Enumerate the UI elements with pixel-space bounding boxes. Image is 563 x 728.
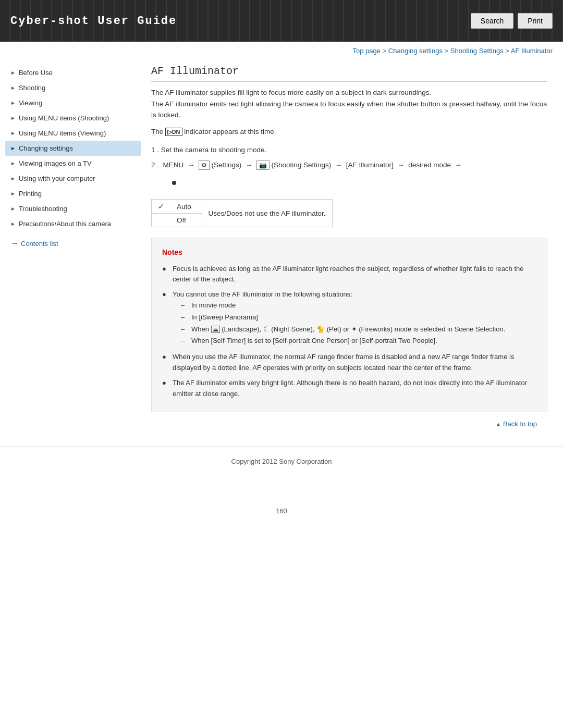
back-triangle-icon: ▲: [495, 421, 501, 427]
sidebar-item-shooting[interactable]: ► Shooting: [5, 80, 141, 95]
copyright-text: Copyright 2012 Sony Corporation: [231, 458, 332, 465]
arrow-icon: ►: [10, 176, 16, 181]
intro-paragraph: The AF illuminator supplies fill light t…: [151, 87, 547, 121]
back-to-top-row: ▲ Back to top: [151, 412, 547, 431]
sub-note-3: – When ⛰ (Landscape), ☾ (Night Scene), 🐈…: [181, 324, 536, 335]
auto-label: Auto: [170, 200, 202, 214]
step-1: 1 . Set the camera to shooting mode.: [151, 144, 547, 156]
sidebar-item-computer[interactable]: ► Using with your computer: [5, 171, 141, 186]
search-button[interactable]: Search: [471, 13, 513, 29]
sidebar-item-menu-shooting[interactable]: ► Using MENU items (Shooting): [5, 110, 141, 126]
arrow-icon: ►: [10, 130, 16, 136]
note-item-3: ● When you use the AF illuminator, the n…: [162, 352, 536, 374]
breadcrumb-changing[interactable]: Changing settings: [388, 47, 443, 55]
sidebar-item-label: Shooting: [19, 84, 45, 92]
sub-note-4: – When [Self-Timer] is set to [Self-port…: [181, 336, 536, 347]
note-text-4: The AF illuminator emits very bright lig…: [173, 378, 536, 400]
intro-line1: The AF illuminator supplies fill light t…: [151, 87, 547, 98]
on-indicator: ▷ON: [165, 128, 182, 136]
sidebar-item-precautions[interactable]: ► Precautions/About this camera: [5, 216, 141, 231]
arrow-icon: ►: [10, 191, 16, 196]
note-item-1: ● Focus is achieved as long as the AF il…: [162, 264, 536, 286]
page-header: Cyber-shot User Guide Search Print: [0, 0, 563, 42]
camera-icon: 📷: [256, 161, 270, 170]
fireworks-icon: ✦: [351, 325, 357, 333]
contents-arrow-icon: →: [10, 239, 19, 248]
breadcrumb: Top page > Changing settings > Shooting …: [0, 42, 563, 60]
empty-check-cell: [152, 214, 171, 227]
sidebar-item-label: Precautions/About this camera: [19, 220, 111, 228]
sidebar-item-label: Printing: [19, 190, 42, 198]
bullet-icon: ●: [162, 378, 170, 400]
print-button[interactable]: Print: [518, 13, 553, 29]
note-item-4: ● The AF illuminator emits very bright l…: [162, 378, 536, 400]
arrow-icon: ►: [10, 161, 16, 166]
table-row: ✓ Auto Uses/Does not use the AF illumina…: [152, 200, 333, 214]
app-title: Cyber-shot User Guide: [10, 15, 177, 28]
indicator-text: The ▷ON indicator appears at this time.: [151, 126, 547, 138]
sidebar-item-printing[interactable]: ► Printing: [5, 186, 141, 201]
settings-icon: ⚙: [199, 161, 210, 170]
header-buttons: Search Print: [471, 13, 553, 29]
sidebar-item-before-use[interactable]: ► Before Use: [5, 65, 141, 80]
bullet-icon: ●: [162, 264, 170, 286]
dash-icon: –: [181, 300, 191, 311]
breadcrumb-shooting[interactable]: Shooting Settings: [450, 47, 504, 55]
arrow-icon: ►: [10, 70, 16, 76]
breadcrumb-top[interactable]: Top page: [353, 47, 381, 55]
footer: Copyright 2012 Sony Corporation: [0, 452, 563, 476]
sidebar-item-label: Using MENU items (Shooting): [19, 114, 109, 122]
contents-list-link[interactable]: → Contents list: [5, 239, 141, 248]
dash-icon: –: [181, 336, 191, 347]
off-label: Off: [170, 214, 202, 227]
sidebar-item-label: Before Use: [19, 69, 53, 77]
sidebar-item-label: Using MENU items (Viewing): [19, 129, 106, 137]
note-text-3: When you use the AF illuminator, the nor…: [173, 352, 536, 374]
sub-note-1: – In movie mode: [181, 300, 536, 311]
sidebar-item-label: Changing settings: [19, 144, 73, 152]
footer-divider: [0, 447, 563, 447]
sidebar-item-troubleshooting[interactable]: ► Troubleshooting: [5, 201, 141, 216]
page-layout: ► Before Use ► Shooting ► Viewing ► Usin…: [0, 60, 563, 447]
sidebar: ► Before Use ► Shooting ► Viewing ► Usin…: [0, 60, 141, 436]
sidebar-item-viewing[interactable]: ► Viewing: [5, 95, 141, 110]
note-item-2: ● You cannot use the AF illuminator in t…: [162, 289, 536, 348]
back-to-top-label: Back to top: [503, 420, 537, 428]
sidebar-item-label: Troubleshooting: [19, 205, 67, 213]
sidebar-item-label: Viewing images on a TV: [19, 159, 92, 167]
bullet-icon: ●: [162, 289, 170, 348]
arrow-icon: ►: [10, 145, 16, 151]
arrow-icon: ►: [10, 206, 16, 212]
sidebar-item-label: Using with your computer: [19, 175, 95, 182]
check-cell: ✓: [152, 200, 171, 214]
notes-section: Notes ● Focus is achieved as long as the…: [151, 238, 547, 412]
pet-icon: 🐈: [316, 325, 325, 333]
note-text-1: Focus is achieved as long as the AF illu…: [173, 264, 536, 286]
landscape-icon: ⛰: [211, 326, 220, 333]
breadcrumb-current: AF Illuminator: [511, 47, 553, 55]
page-number: 160: [0, 507, 563, 515]
back-to-top-link[interactable]: ▲ Back to top: [495, 420, 537, 428]
af-table: ✓ Auto Uses/Does not use the AF illumina…: [151, 199, 333, 227]
dash-icon: –: [181, 312, 191, 323]
nightscene-icon: ☾: [263, 325, 270, 333]
sidebar-item-menu-viewing[interactable]: ► Using MENU items (Viewing): [5, 126, 141, 141]
notes-title: Notes: [162, 246, 536, 258]
arrow-icon: ►: [10, 221, 16, 227]
step-2: 2 . MENU → ⚙ (Settings) → 📷 (Shooting Se…: [151, 159, 547, 171]
desc-cell: Uses/Does not use the AF illuminator.: [202, 200, 332, 227]
page-title: AF Illuminator: [151, 65, 547, 82]
bullet-dot: [172, 181, 176, 185]
sidebar-item-tv[interactable]: ► Viewing images on a TV: [5, 156, 141, 171]
bullet-icon: ●: [162, 352, 170, 374]
sub-note-2: – In [iSweep Panorama]: [181, 312, 536, 323]
contents-list-label: Contents list: [21, 240, 58, 248]
arrow-icon: ►: [10, 115, 16, 121]
steps: 1 . Set the camera to shooting mode. 2 .…: [151, 144, 547, 171]
sidebar-item-changing-settings[interactable]: ► Changing settings: [5, 141, 141, 156]
note-text-2: You cannot use the AF illuminator in the…: [173, 289, 536, 348]
arrow-icon: ►: [10, 85, 16, 91]
arrow-icon: ►: [10, 100, 16, 106]
step-1-text: 1 . Set the camera to shooting mode.: [151, 146, 266, 154]
dash-icon: –: [181, 324, 191, 335]
